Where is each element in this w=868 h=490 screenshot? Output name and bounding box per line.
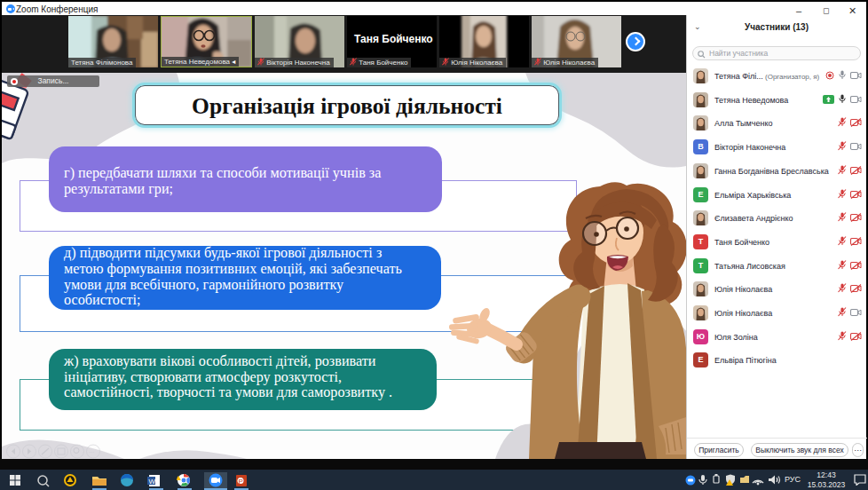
- svg-text:⋯: ⋯: [89, 449, 94, 454]
- svg-text:P: P: [239, 478, 243, 486]
- svg-text:W: W: [149, 478, 156, 486]
